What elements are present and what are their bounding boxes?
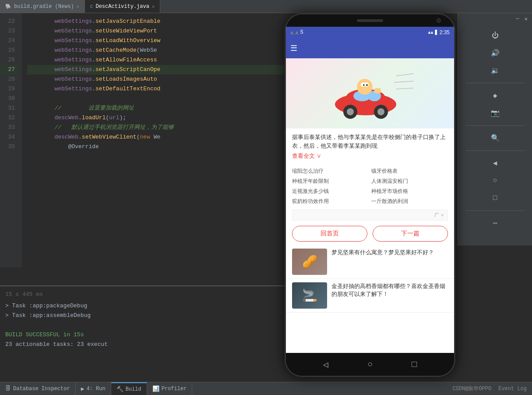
phone-bottom-nav: ◁ ○ □ [286,353,454,376]
screenshot-button[interactable]: 📷 [488,106,502,120]
line-26: 26 [0,55,18,65]
toolbar-sep-2 [465,125,525,126]
home-nav-button[interactable]: ○ [488,174,502,188]
svg-point-10 [377,108,384,115]
phone-top-bar [286,14,454,27]
link-7[interactable]: 一斤散酒的利润 [371,198,448,205]
related-article-1[interactable]: 🚬 金圣好抽的高档香烟都有哪些？喜欢金圣香烟的朋友可以来了解下！ [286,279,454,313]
phone-camera [437,18,441,23]
code-line-31: // 设置要加载的网址 [27,103,289,113]
volume-down-button[interactable]: 🔉 [488,64,502,78]
back-nav-button[interactable]: ◀ [488,156,502,170]
tab-java-close[interactable]: ✕ [152,4,155,9]
code-line-33: // 默认通过手机浏览器打开网址，为了能够 [27,123,289,132]
link-2[interactable]: 种植牙年龄限制 [292,178,369,185]
link-3[interactable]: 人体测温安检门 [371,178,448,185]
toolbar-sep-4 [465,210,525,211]
link-5[interactable]: 种植牙市场价格 [371,188,448,195]
line-25: 25 [0,46,18,55]
db-inspector-icon: 🗄 [5,385,11,392]
tab-gradle[interactable]: 🐘 build.gradle (News) ✕ [0,0,85,13]
line-24: 24 [0,36,18,46]
right-info: CSDN@振华OPPO [452,385,491,392]
zoom-button[interactable]: 🔍 [488,131,502,145]
links-grid: 缩阳怎么治疗 镶牙价格表 种植牙年龄限制 人体测温安检门 近视激光多少钱 种植牙… [286,165,454,208]
line-33: 33 [0,123,18,132]
nuts-thumb-image: 🥜 [292,249,327,275]
more-button[interactable]: ⋯ [488,216,502,230]
status-run[interactable]: ▶ 4: Run [76,382,111,395]
line-29: 29 [0,84,18,94]
svg-line-1 [394,81,414,82]
svg-line-2 [396,88,414,89]
line-31: 31 [0,103,18,113]
build-label: Build [126,386,141,392]
code-line-26: webSettings.setAllowFileAccess [27,55,289,65]
console-line-3 [5,320,279,330]
status-build[interactable]: 🔨 Build [111,382,147,395]
link-4[interactable]: 近视激光多少钱 [292,188,369,195]
status-icons-left: ⚠ ⚠ S [290,29,303,36]
phone-screen: ⚠ ⚠ S ▲▲ ▊ 2:35 ☰ [286,27,454,353]
tab-java-label: DescActivity.java [95,4,149,10]
power-button[interactable]: ⏻ [488,28,502,43]
console-line-5: 23 actionable tasks: 23 execut [5,340,279,349]
read-more-link[interactable]: 查看全文 ∨ [292,152,448,160]
tab-bar: 🐘 build.gradle (News) ✕ C DescActivity.j… [0,0,532,13]
cigarette-thumb-image: 🚬 [292,282,327,309]
link-6[interactable]: 驼奶粉功效作用 [292,198,369,205]
next-article-button[interactable]: 下一篇 [373,226,448,242]
tab-java[interactable]: C DescActivity.java ✕ [85,0,160,13]
app-toolbar: ☰ [286,38,454,58]
nav-home-button[interactable]: ○ [361,356,379,373]
minimize-button[interactable]: — [514,15,521,23]
event-log[interactable]: Event Log [498,386,527,392]
build-icon: 🔨 [116,386,123,393]
back-home-button[interactable]: 回首页 [292,226,367,242]
line-22: 22 [0,17,18,26]
db-inspector-label: Database Inspector [13,386,70,392]
svg-point-8 [347,108,354,115]
ad-label: 广 [434,212,439,218]
run-icon: ▶ [81,385,85,392]
status-profiler[interactable]: 📊 Profiler [147,382,193,395]
console-area[interactable]: 15 s 445 ms > Task :app:packageDebug > T… [0,285,285,382]
profiler-label: Profiler [162,386,187,392]
svg-point-15 [366,84,368,86]
ad-close-button[interactable]: ✕ [441,212,444,218]
line-32: 32 [0,113,18,123]
volume-up-button[interactable]: 🔊 [488,46,502,60]
recents-nav-button[interactable]: □ [488,191,502,205]
code-container: 22 23 24 25 26 27 28 29 30 31 32 33 34 3… [0,13,289,267]
battery-icon: ▊ [435,30,438,35]
line-23: 23 [0,26,18,36]
time-display: 2:35 [440,29,450,36]
code-line-23: webSettings.setUseWideViewPort [27,26,289,36]
phone-speaker [357,19,383,22]
code-line-22: webSettings.setJavaScriptEnable [27,17,289,26]
related-title-0: 梦见坚果有什么寓意？梦见坚果好不好？ [331,249,434,275]
toolbar-sep-1 [465,83,525,83]
line-34: 34 [0,132,18,142]
action-buttons: 回首页 下一篇 [286,222,454,245]
link-0[interactable]: 缩阳怎么治疗 [292,167,369,175]
console-line-4: BUILD SUCCESSFUL in 15s [5,330,279,340]
code-content[interactable]: webSettings.setJavaScriptEnable webSetti… [22,13,289,267]
nav-back-button[interactable]: ◁ [317,356,335,373]
related-article-0[interactable]: 🥜 梦见坚果有什么寓意？梦见坚果好不好？ [286,245,454,279]
java-icon: C [90,4,93,9]
car-illustration-svg [326,63,414,124]
rotate-button[interactable]: ◆ [488,89,502,103]
run-label: 4: Run [86,386,105,392]
ad-banner: 广 ✕ [292,210,448,221]
nav-recent-button[interactable]: □ [405,356,423,373]
tab-gradle-label: build.gradle (News) [14,4,74,10]
svg-point-11 [357,79,373,95]
menu-icon[interactable]: ☰ [290,43,297,53]
status-db-inspector[interactable]: 🗄 Database Inspector [0,382,76,395]
close-button[interactable]: ✕ [523,15,529,23]
code-line-29: webSettings.setDefaultTextEncod [27,84,289,94]
link-1[interactable]: 镶牙价格表 [371,167,448,175]
line-28: 28 [0,75,18,84]
tab-gradle-close[interactable]: ✕ [77,4,79,9]
